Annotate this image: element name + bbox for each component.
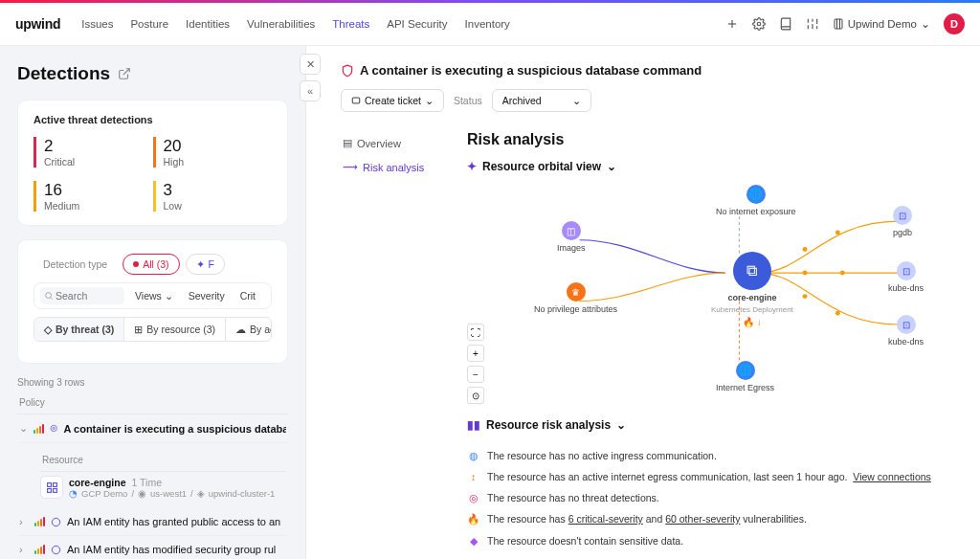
nav-apisecurity[interactable]: API Security bbox=[387, 14, 447, 34]
book-icon[interactable] bbox=[779, 17, 792, 31]
ticket-icon bbox=[351, 96, 361, 105]
risk-item-vuln: 🔥 The resource has 6 critical-severity a… bbox=[467, 508, 955, 530]
svg-point-29 bbox=[835, 311, 840, 316]
chevron-down-icon: ⌄ bbox=[616, 418, 626, 432]
page-title-text: Detections bbox=[17, 63, 110, 84]
policy-row-1[interactable]: › An IAM entity has granted public acces… bbox=[17, 508, 288, 536]
service-icon: ⊡ bbox=[897, 261, 916, 280]
node-images[interactable]: ◫ Images bbox=[557, 221, 586, 253]
svg-rect-15 bbox=[47, 482, 51, 486]
resource-risk-header[interactable]: ▮▮ Resource risk analysis ⌄ bbox=[467, 418, 955, 432]
svg-rect-9 bbox=[835, 19, 842, 29]
node-core-engine[interactable]: ⧉ core-engine Kubernetes Deployment 🔥 ↓ bbox=[711, 252, 793, 327]
metric-high[interactable]: 20 High bbox=[153, 137, 273, 168]
nav-items: Issues Posture Identities Vulnerabilitie… bbox=[81, 14, 725, 34]
criticality-filter[interactable]: Crit bbox=[235, 287, 260, 304]
nav-threats[interactable]: Threats bbox=[332, 14, 369, 34]
metric-label: High bbox=[164, 156, 273, 168]
active-detections-card: Active threat detections 2 Critical 20 H… bbox=[17, 100, 288, 226]
policy-text: A container is executing a suspicious da… bbox=[63, 423, 286, 435]
database-icon: ⊡ bbox=[893, 206, 912, 225]
node-pgdb[interactable]: ⊡ pgdb bbox=[893, 206, 912, 237]
column-resource: Resource bbox=[40, 449, 286, 472]
gear-icon[interactable] bbox=[752, 17, 766, 31]
policy-text: An IAM entity has modified security grou… bbox=[67, 544, 276, 555]
column-policy: Policy bbox=[17, 391, 288, 414]
severity-filter[interactable]: Severity bbox=[184, 287, 230, 304]
tab-by-threat[interactable]: ◇ By threat (3) bbox=[34, 318, 124, 341]
sliders-icon[interactable] bbox=[806, 17, 819, 31]
content-row: ▤ Overview ⟿ Risk analysis Risk analysis… bbox=[341, 131, 955, 551]
shield-alert-icon bbox=[341, 64, 354, 78]
orbital-icon: ✦ bbox=[467, 160, 477, 173]
metric-label: Low bbox=[164, 200, 273, 212]
svg-point-19 bbox=[52, 518, 59, 525]
filters-card: Detection type All (3) ✦ F Views ⌄ Sever… bbox=[17, 239, 288, 364]
ingress-icon: ◍ bbox=[467, 450, 479, 461]
zoom-in-button[interactable]: + bbox=[467, 345, 484, 362]
policy-row-0[interactable]: ⌄ A container is executing a suspicious … bbox=[17, 414, 288, 443]
node-kubedns1[interactable]: ⊡ kube-dns bbox=[888, 261, 924, 293]
metric-low[interactable]: 3 Low bbox=[153, 181, 273, 212]
section-title: Risk analysis bbox=[467, 131, 955, 148]
other-vulns-link[interactable]: 60 other-severity bbox=[665, 513, 740, 525]
nav-inventory[interactable]: Inventory bbox=[465, 14, 510, 34]
org-switcher[interactable]: Upwind Demo ⌄ bbox=[833, 17, 930, 31]
zoom-out-button[interactable]: − bbox=[467, 366, 484, 383]
metric-critical[interactable]: 2 Critical bbox=[33, 137, 153, 168]
card-title: Active threat detections bbox=[33, 114, 272, 125]
svg-rect-17 bbox=[53, 488, 56, 492]
risk-analysis-section: Risk analysis ✦ Resource orbital view ⌄ bbox=[467, 131, 955, 551]
graph-controls: ⛶ + − ⊙ bbox=[467, 324, 484, 404]
resource-item[interactable]: core-engine 1 Time ◔GCP Demo / ◉us-west1… bbox=[40, 472, 286, 503]
detections-pane: ✕ « Detections Active threat detections … bbox=[0, 46, 306, 559]
orbital-view-header[interactable]: ✦ Resource orbital view ⌄ bbox=[467, 160, 955, 173]
resource-name: core-engine bbox=[69, 477, 126, 488]
bars-icon: ▮▮ bbox=[467, 418, 480, 432]
tab-overview[interactable]: ▤ Overview bbox=[341, 131, 436, 155]
plus-icon[interactable] bbox=[725, 17, 739, 31]
close-panel-button[interactable]: ✕ bbox=[300, 54, 321, 75]
node-no-internet[interactable]: 🌐 No internet exposure bbox=[716, 185, 796, 216]
create-ticket-button[interactable]: Create ticket ⌄ bbox=[341, 89, 444, 112]
status-dropdown[interactable]: Archived ⌄ bbox=[492, 89, 591, 112]
deployment-icon: ⧉ bbox=[733, 252, 771, 290]
gear-icon bbox=[50, 423, 57, 434]
threat-title: A container is executing a suspicious da… bbox=[341, 63, 955, 78]
risk-item-threat: ◎ The resource has no threat detections. bbox=[467, 487, 955, 508]
svg-point-20 bbox=[52, 546, 59, 553]
filter-chip-other[interactable]: ✦ F bbox=[186, 254, 225, 275]
metric-medium[interactable]: 16 Medium bbox=[33, 181, 153, 212]
collapse-panel-button[interactable]: « bbox=[300, 80, 321, 101]
brand-logo[interactable]: upwind bbox=[15, 16, 60, 32]
nav-issues[interactable]: Issues bbox=[81, 14, 113, 34]
orbital-graph[interactable]: ◫ Images ♛ No privilege attributes 🌐 No … bbox=[467, 179, 955, 399]
svg-rect-18 bbox=[47, 488, 51, 492]
filter-chip-all[interactable]: All (3) bbox=[122, 254, 179, 275]
nav-vulnerabilities[interactable]: Vulnerabilities bbox=[247, 14, 315, 34]
critical-vulns-link[interactable]: 6 critical-severity bbox=[568, 513, 643, 525]
user-avatar[interactable]: D bbox=[944, 13, 965, 34]
node-kubedns2[interactable]: ⊡ kube-dns bbox=[888, 315, 924, 347]
nav-identities[interactable]: Identities bbox=[186, 14, 230, 34]
view-connections-link[interactable]: View connections bbox=[853, 471, 931, 482]
tab-risk-analysis[interactable]: ⟿ Risk analysis bbox=[341, 155, 436, 179]
egress-icon: ↕ bbox=[467, 471, 479, 482]
filter-label: Detection type bbox=[33, 255, 117, 274]
policy-row-2[interactable]: › An IAM entity has modified security gr… bbox=[17, 536, 288, 559]
chevron-down-icon: ⌄ bbox=[19, 422, 28, 435]
tab-by-action[interactable]: ☁ By ac bbox=[226, 318, 272, 341]
node-no-privilege[interactable]: ♛ No privilege attributes bbox=[534, 282, 617, 314]
metric-count: 3 bbox=[164, 181, 273, 200]
severity-bars-icon bbox=[34, 517, 45, 526]
policy-text: An IAM entity has granted public access … bbox=[67, 516, 280, 527]
external-link-icon[interactable] bbox=[118, 67, 131, 80]
fire-icon: 🔥 ↓ bbox=[743, 317, 762, 327]
search-input[interactable] bbox=[40, 287, 124, 304]
views-dropdown[interactable]: Views ⌄ bbox=[130, 287, 178, 304]
tab-by-resource[interactable]: ⊞ By resource (3) bbox=[124, 318, 226, 341]
nav-posture[interactable]: Posture bbox=[130, 14, 168, 34]
fullscreen-button[interactable]: ⛶ bbox=[467, 324, 484, 341]
node-internet-egress[interactable]: 🌐 Internet Egress bbox=[716, 361, 774, 392]
recenter-button[interactable]: ⊙ bbox=[467, 387, 484, 404]
